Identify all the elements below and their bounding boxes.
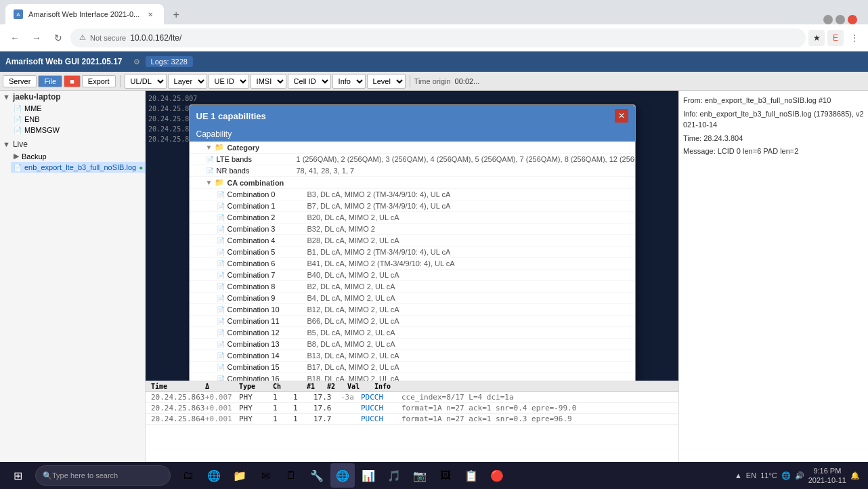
close-button[interactable]: [848, 15, 857, 24]
taskbar-icon-1[interactable]: 🗂: [176, 463, 200, 488]
refresh-button[interactable]: ↻: [49, 28, 68, 47]
tree-row-18[interactable]: 📄Combination 14B13, DL cA, MIMO 2, UL cA: [190, 350, 635, 362]
log-row-2[interactable]: 20.24.25.864 +0.001 PHY 1 1 17.7 PUCCH f…: [146, 414, 678, 425]
tree-row-16[interactable]: 📄Combination 12B5, DL cA, MIMO 2, UL cA: [190, 327, 635, 339]
modal-tree[interactable]: ▼📁Category📄LTE bands1 (256QAM), 2 (256QA…: [190, 142, 635, 381]
taskbar-icon-3[interactable]: 📁: [227, 463, 252, 488]
combo-value: B17, DL cA, MIMO 2, UL cA: [307, 363, 399, 371]
tray-sound[interactable]: 🔊: [795, 471, 804, 480]
combo-label: Combination 4: [227, 236, 302, 244]
sidebar-item-mme[interactable]: 📄 MME: [11, 103, 145, 114]
back-button[interactable]: ←: [5, 28, 24, 47]
tree-row-1[interactable]: 📄LTE bands1 (256QAM), 2 (256QAM), 3 (256…: [190, 154, 635, 165]
tree-row-20[interactable]: 📄Combination 16B18, DL cA, MIMO 2, UL cA: [190, 373, 635, 381]
tray-lang[interactable]: EN: [746, 471, 756, 480]
taskbar-icon-9[interactable]: 🎵: [382, 463, 406, 488]
log-n1: 1: [270, 414, 290, 423]
tree-row-11[interactable]: 📄Combination 7B40, DL cA, MIMO 2, UL cA: [190, 270, 635, 281]
sidebar-item-live[interactable]: ▼ Live: [0, 138, 145, 150]
taskbar-icon-7[interactable]: 🌐: [330, 463, 355, 488]
info-select[interactable]: Info: [332, 74, 366, 89]
app-body: Amarisoft Web GUI 2021.05.17 ⚙ Logs: 322…: [0, 51, 868, 462]
tray-icon-1[interactable]: ▲: [735, 471, 742, 480]
forward-button[interactable]: →: [27, 28, 46, 47]
server-button[interactable]: Server: [3, 75, 37, 87]
address-bar[interactable]: ⚠ Not secure 10.0.0.162/lte/: [70, 28, 806, 47]
ue-id-select[interactable]: UE ID: [209, 74, 249, 89]
tree-row-0[interactable]: ▼📁Category: [190, 142, 635, 154]
tree-row-9[interactable]: 📄Combination 5B1, DL cA, MIMO 2 (TM-3/4/…: [190, 247, 635, 258]
ext-icon-2[interactable]: E: [827, 30, 844, 46]
stop-button[interactable]: ■: [64, 75, 81, 87]
taskbar-icon-11[interactable]: 🖼: [433, 463, 458, 488]
log-time: 20.24.25.864: [148, 414, 202, 423]
log-info: format=1A n=27 ack=1 snr=0.4 epre=-99.0: [399, 404, 676, 412]
taskbar-icon-2[interactable]: 🌐: [202, 463, 226, 488]
tree-row-15[interactable]: 📄Combination 11B66, DL cA, MIMO 2, UL cA: [190, 316, 635, 327]
sidebar-item-file[interactable]: 📄 enb_export_lte_b3_full_noSIB.log ●: [11, 162, 145, 173]
combo-label: Combination 13: [227, 340, 302, 348]
cell-id-select[interactable]: Cell ID: [288, 74, 331, 89]
taskbar-time[interactable]: 9:16 PM 2021-10-11: [808, 466, 846, 486]
tree-row-2[interactable]: 📄NR bands78, 41, 28, 3, 1, 7: [190, 165, 635, 177]
modal-close-button[interactable]: ✕: [615, 109, 628, 123]
log-row-1[interactable]: 20.24.25.863 +0.001 PHY 1 1 17.6 PUCCH f…: [146, 403, 678, 414]
doc-icon: 📄: [217, 295, 225, 302]
separator-2: [410, 75, 410, 87]
tree-row-12[interactable]: 📄Combination 8B2, DL cA, MIMO 2, UL cA: [190, 281, 635, 293]
taskbar-icon-12[interactable]: 📋: [459, 463, 483, 488]
taskbar-tray: ▲ EN 11°C 🌐 🔊 9:16 PM 2021-10-11 🔔: [735, 466, 865, 486]
tree-row-10[interactable]: 📄Combination 6B41, DL cA, MIMO 2 (TM-3/4…: [190, 258, 635, 270]
tree-row-19[interactable]: 📄Combination 15B17, DL cA, MIMO 2, UL cA: [190, 362, 635, 373]
sidebar-item-mbmsgw[interactable]: 📄 MBMSGW: [11, 125, 145, 135]
mbmsgw-icon: 📄: [14, 127, 22, 134]
taskbar: ⊞ 🔍 Type here to search 🗂 🌐 📁 ✉ 🗒 🔧 🌐 📊 …: [0, 462, 868, 489]
taskbar-icon-8[interactable]: 📊: [356, 463, 381, 488]
log-extra: [338, 414, 358, 423]
tree-row-5[interactable]: 📄Combination 1B7, DL cA, MIMO 2 (TM-3/4/…: [190, 200, 635, 212]
sidebar-item-root[interactable]: ▼ jaeku-laptop: [0, 91, 145, 103]
tab-close-button[interactable]: ✕: [145, 9, 156, 20]
maximize-button[interactable]: [836, 15, 845, 24]
log-row-0[interactable]: 20.24.25.863 +0.007 PHY 1 1 17.3 -3a PDC…: [146, 392, 678, 403]
log-n2: 1: [290, 404, 311, 412]
chrome-menu-button[interactable]: ⋮: [846, 30, 863, 46]
log-rows: 20.24.25.863 +0.007 PHY 1 1 17.3 -3a PDC…: [146, 392, 678, 425]
time-origin-value: 00:02...: [455, 77, 480, 85]
notification-button[interactable]: 🔔: [850, 471, 860, 480]
tree-row-7[interactable]: 📄Combination 3B32, DL cA, MIMO 2: [190, 224, 635, 235]
tree-row-17[interactable]: 📄Combination 13B8, DL cA, MIMO 2, UL cA: [190, 339, 635, 350]
tray-network[interactable]: 🌐: [781, 471, 791, 480]
minimize-button[interactable]: [823, 15, 833, 24]
layer-select[interactable]: Layer: [168, 74, 207, 89]
logs-button[interactable]: Logs: 3228: [146, 56, 193, 67]
address-text: 10.0.0.162/lte/: [130, 33, 181, 43]
imsi-select[interactable]: IMSI: [251, 74, 286, 89]
taskbar-icon-10[interactable]: 📷: [408, 463, 432, 488]
taskbar-icon-4[interactable]: ✉: [253, 463, 278, 488]
sidebar-item-enb[interactable]: 📄 ENB: [11, 114, 145, 125]
ext-icon-1[interactable]: ★: [808, 30, 825, 46]
combo-value: 78, 41, 28, 3, 1, 7: [297, 167, 355, 175]
tree-row-14[interactable]: 📄Combination 10B12, DL cA, MIMO 2, UL cA: [190, 304, 635, 316]
section-expand-icon: ▼: [206, 179, 213, 186]
export-button[interactable]: Export: [82, 75, 116, 87]
sidebar-item-backup[interactable]: ▶ Backup: [11, 150, 145, 162]
doc-icon: 📄: [217, 191, 225, 198]
tree-row-3[interactable]: ▼📁CA combination: [190, 177, 635, 189]
tree-row-13[interactable]: 📄Combination 9B4, DL cA, MIMO 2, UL cA: [190, 293, 635, 304]
combo-value: B41, DL cA, MIMO 2 (TM-3/4/9/10: 4), UL …: [307, 259, 455, 268]
file-button[interactable]: File: [38, 75, 62, 87]
taskbar-icon-13[interactable]: 🔴: [485, 463, 509, 488]
taskbar-icon-5[interactable]: 🗒: [279, 463, 303, 488]
level-select[interactable]: Level: [367, 74, 406, 89]
tab-active[interactable]: A Amarisoft Web Interface 2021-0... ✕: [5, 4, 164, 24]
start-button[interactable]: ⊞: [3, 462, 32, 489]
new-tab-button[interactable]: +: [167, 5, 186, 24]
tree-row-4[interactable]: 📄Combination 0B3, DL cA, MIMO 2 (TM-3/4/…: [190, 189, 635, 200]
taskbar-search[interactable]: 🔍 Type here to search: [35, 465, 171, 486]
tree-row-8[interactable]: 📄Combination 4B28, DL cA, MIMO 2, UL cA: [190, 235, 635, 247]
taskbar-icon-6[interactable]: 🔧: [305, 463, 329, 488]
tree-row-6[interactable]: 📄Combination 2B20, DL cA, MIMO 2, UL cA: [190, 212, 635, 224]
ul-dl-select[interactable]: UL/DL: [125, 74, 167, 89]
